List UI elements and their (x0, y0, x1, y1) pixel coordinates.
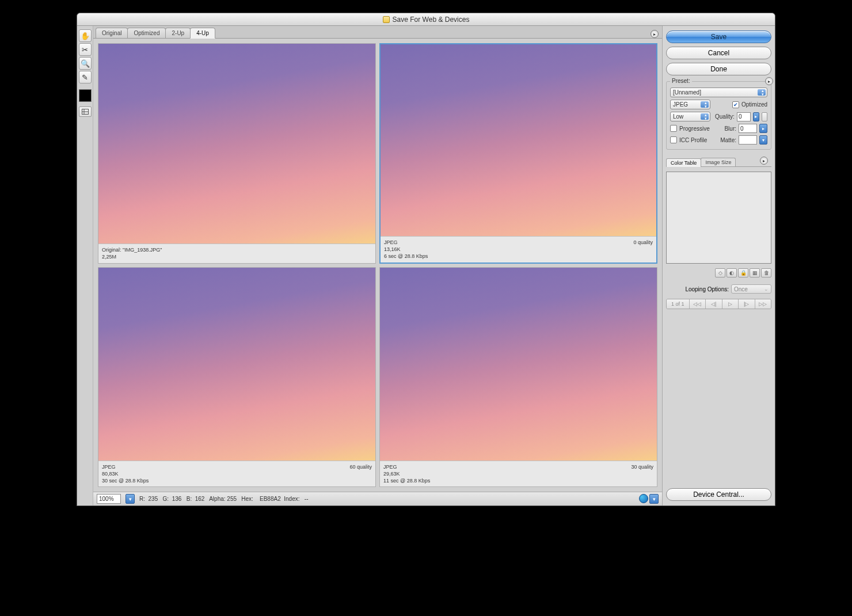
tab-original[interactable]: Original (96, 28, 128, 38)
status-bar: 100% ▾ R: 235 G: 136 B: 162 Alpha: 255 H… (93, 492, 662, 505)
preview-image (380, 268, 657, 461)
color-table-buttons: ◇ ◐ 🔒 ▦ 🗑 (666, 268, 771, 277)
preview-size: 2,25M (102, 253, 162, 260)
matte-label: Matte: (720, 137, 736, 143)
preview-panel-1[interactable]: JPEG 13,16K 6 sec @ 28.8 Kbps 0 quality (379, 43, 657, 264)
quality-preset-dropdown[interactable]: Low▴▾ (670, 112, 710, 121)
preview-panel-original[interactable]: Original: "IMG_1938.JPG" 2,25M (98, 43, 376, 264)
zoom-dropdown-icon[interactable]: ▾ (125, 494, 135, 504)
preview-flyout-icon[interactable]: ▸ (651, 30, 659, 38)
zoom-tool-icon[interactable]: 🔍 (79, 57, 92, 70)
first-frame-icon[interactable]: ◁◁ (690, 299, 706, 309)
preview-image (381, 44, 656, 236)
ct-lock-icon[interactable]: 🔒 (738, 268, 748, 277)
done-button[interactable]: Done (666, 63, 771, 75)
looping-label: Looping Options: (685, 286, 729, 292)
optimized-checkbox[interactable]: ✔ (732, 101, 739, 108)
frame-count: 1 of 1 (667, 299, 690, 309)
preview-format: JPEG (384, 239, 428, 246)
blur-slider-icon[interactable]: ▸ (759, 124, 767, 133)
save-for-web-window: Save For Web & Devices ✋ ✂ 🔍 ✎ Original … (77, 13, 775, 506)
preview-image (98, 268, 375, 461)
preview-time: 6 sec @ 28.8 Kbps (384, 253, 428, 260)
last-frame-icon[interactable]: ▷▷ (755, 299, 771, 309)
eyedropper-tool-icon[interactable]: ✎ (79, 71, 92, 83)
matte-dropdown-icon[interactable]: ▾ (759, 135, 767, 145)
ct-trash-icon[interactable]: 🗑 (761, 268, 771, 277)
slice-select-tool-icon[interactable]: ✂ (79, 43, 92, 56)
tool-strip: ✋ ✂ 🔍 ✎ (77, 26, 93, 505)
titlebar: Save For Web & Devices (77, 13, 775, 26)
optimized-label: Optimized (741, 101, 767, 108)
tab-4up[interactable]: 4-Up (190, 28, 215, 39)
format-dropdown[interactable]: JPEG▴▾ (670, 100, 710, 109)
prev-frame-icon[interactable]: ◁| (706, 299, 722, 309)
preview-time: 11 sec @ 28.8 Kbps (383, 477, 430, 484)
preview-size: 13,16K (384, 246, 428, 253)
preview-format: JPEG (102, 463, 149, 470)
tab-optimized[interactable]: Optimized (127, 28, 166, 38)
blur-input[interactable]: 0 (739, 124, 757, 133)
preview-image (98, 44, 375, 244)
view-tabs: Original Optimized 2-Up 4-Up ▸ (93, 26, 662, 39)
subtab-flyout-icon[interactable]: ▸ (760, 157, 768, 165)
device-central-button[interactable]: Device Central... (666, 488, 771, 501)
toggle-slices-icon[interactable] (79, 107, 92, 117)
color-readout: R: 235 G: 136 B: 162 Alpha: 255 Hex: EB8… (139, 496, 309, 502)
zoom-field[interactable]: 100% (97, 494, 121, 504)
ct-snap-icon[interactable]: ◇ (715, 268, 725, 277)
matte-swatch[interactable] (739, 135, 757, 145)
preview-in-browser-icon[interactable] (639, 494, 648, 503)
preview-quality: 0 quality (633, 239, 653, 260)
icc-checkbox[interactable] (670, 136, 677, 143)
preset-label: Preset: (670, 78, 692, 84)
preview-panel-2[interactable]: JPEG 80,83K 30 sec @ 28.8 Kbps 60 qualit… (98, 267, 376, 488)
preview-grid: Original: "IMG_1938.JPG" 2,25M JPEG 13,1… (93, 39, 662, 492)
settings-panel: Save Cancel Done Preset: ▸ [Unnamed]▴▾ J… (662, 26, 775, 505)
quality-label: Quality: (715, 113, 735, 120)
preview-panel-3[interactable]: JPEG 29,63K 11 sec @ 28.8 Kbps 30 qualit… (379, 267, 657, 488)
browser-dropdown-icon[interactable]: ▾ (649, 494, 659, 504)
preview-quality: 60 quality (349, 463, 372, 484)
preset-group: Preset: ▸ [Unnamed]▴▾ JPEG▴▾ ✔ Optimized (666, 81, 771, 150)
hand-tool-icon[interactable]: ✋ (79, 29, 92, 42)
window-title: Save For Web & Devices (393, 16, 470, 24)
tab-color-table[interactable]: Color Table (666, 158, 701, 167)
icc-label: ICC Profile (679, 137, 707, 143)
play-icon[interactable]: ▷ (722, 299, 739, 309)
tab-2up[interactable]: 2-Up (165, 28, 191, 38)
blur-label: Blur: (724, 126, 736, 132)
preview-size: 29,63K (383, 470, 430, 477)
tab-image-size[interactable]: Image Size (701, 158, 736, 166)
quality-input[interactable]: 0 (737, 112, 751, 121)
preview-format: JPEG (383, 463, 430, 470)
preset-dropdown[interactable]: [Unnamed]▴▾ (670, 88, 767, 97)
eyedropper-color-swatch[interactable] (79, 89, 92, 102)
color-table (666, 172, 771, 264)
progressive-checkbox[interactable] (670, 125, 677, 132)
preview-time: 30 sec @ 28.8 Kbps (102, 477, 149, 484)
subtabs: Color Table Image Size ▸ (666, 157, 771, 167)
progressive-label: Progressive (679, 126, 710, 132)
preview-quality: 30 quality (631, 463, 653, 484)
animation-controls: 1 of 1 ◁◁ ◁| ▷ |▷ ▷▷ (666, 299, 771, 309)
preview-size: 80,83K (102, 470, 149, 477)
next-frame-icon[interactable]: |▷ (739, 299, 755, 309)
save-button[interactable]: Save (666, 31, 771, 43)
looping-dropdown[interactable]: Once (731, 284, 771, 294)
ct-new-icon[interactable]: ▦ (750, 268, 760, 277)
app-icon (383, 16, 390, 23)
cancel-button[interactable]: Cancel (666, 47, 771, 59)
quality-mask-icon[interactable] (762, 112, 767, 121)
quality-slider-icon[interactable]: ▸ (753, 112, 759, 121)
ct-shift-icon[interactable]: ◐ (727, 268, 737, 277)
preset-flyout-icon[interactable]: ▸ (765, 77, 773, 85)
preview-format: Original: "IMG_1938.JPG" (102, 246, 162, 253)
